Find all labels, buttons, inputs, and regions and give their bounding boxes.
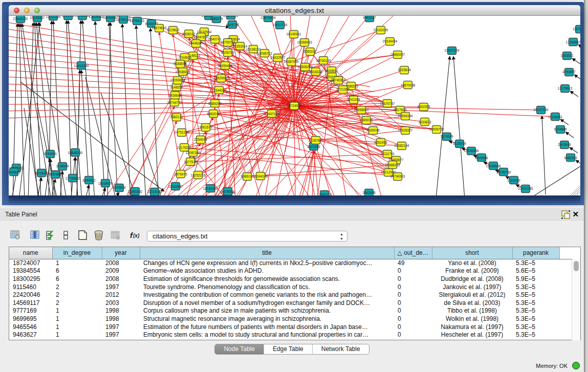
svg-text:22926327: 22926327 — [398, 128, 413, 132]
svg-text:16947830: 16947830 — [194, 35, 209, 39]
svg-text:1108894: 1108894 — [56, 164, 69, 168]
svg-text:19098556: 19098556 — [486, 164, 501, 168]
svg-text:13910648: 13910648 — [75, 16, 90, 17]
svg-text:20037339: 20037339 — [534, 108, 549, 112]
svg-text:21097245: 21097245 — [518, 187, 533, 190]
svg-text:1385239: 1385239 — [210, 17, 223, 20]
svg-text:9082309: 9082309 — [564, 156, 577, 160]
svg-text:17394887: 17394887 — [566, 40, 580, 44]
svg-text:3874052: 3874052 — [221, 190, 234, 193]
svg-text:1653531: 1653531 — [560, 54, 574, 57]
svg-text:3033823: 3033823 — [418, 120, 431, 124]
svg-text:18252216: 18252216 — [191, 173, 206, 177]
svg-text:21353914: 21353914 — [233, 45, 248, 48]
svg-text:18705794: 18705794 — [221, 40, 235, 44]
svg-text:22682194: 22682194 — [395, 144, 409, 147]
svg-text:2054043: 2054043 — [194, 138, 207, 141]
svg-text:14509728: 14509728 — [429, 127, 444, 131]
svg-text:8682011: 8682011 — [207, 112, 220, 116]
svg-text:16870338: 16870338 — [401, 83, 416, 87]
svg-text:3131636: 3131636 — [61, 16, 75, 17]
svg-text:2975475: 2975475 — [174, 172, 187, 176]
svg-text:13546466: 13546466 — [464, 149, 479, 152]
svg-text:18754131: 18754131 — [130, 19, 145, 23]
svg-text:24751200: 24751200 — [175, 130, 189, 134]
svg-text:10848230: 10848230 — [68, 151, 83, 155]
svg-text:18724007: 18724007 — [287, 104, 302, 107]
svg-text:12888253: 12888253 — [385, 163, 400, 167]
svg-text:16224441: 16224441 — [34, 171, 49, 175]
svg-text:18366963: 18366963 — [297, 40, 312, 44]
svg-text:21012166: 21012166 — [46, 16, 61, 18]
svg-text:6420686: 6420686 — [475, 156, 488, 160]
svg-text:9837869: 9837869 — [49, 172, 62, 176]
svg-text:9318332: 9318332 — [309, 70, 322, 74]
svg-text:5060227: 5060227 — [303, 50, 317, 53]
svg-text:22507109: 22507109 — [445, 49, 460, 52]
svg-text:8188594: 8188594 — [173, 62, 187, 65]
svg-text:11318461: 11318461 — [548, 115, 563, 119]
svg-text:7674349: 7674349 — [440, 135, 453, 138]
svg-text:19095773: 19095773 — [257, 52, 272, 55]
svg-text:19093688: 19093688 — [170, 78, 185, 82]
svg-text:13529912: 13529912 — [214, 76, 229, 80]
svg-text:16860207: 16860207 — [390, 53, 405, 56]
svg-text:11876872: 11876872 — [573, 27, 580, 31]
svg-text:23833160: 23833160 — [13, 17, 28, 20]
svg-text:3377578: 3377578 — [184, 160, 197, 164]
svg-text:18034970: 18034970 — [98, 182, 113, 185]
svg-text:4843718: 4843718 — [226, 23, 239, 27]
svg-text:2817683: 2817683 — [394, 108, 407, 112]
svg-text:8721369: 8721369 — [336, 87, 350, 91]
svg-text:23447169: 23447169 — [265, 112, 279, 116]
svg-text:18795716: 18795716 — [496, 170, 511, 174]
svg-text:6306893: 6306893 — [9, 170, 20, 174]
svg-text:12414394: 12414394 — [74, 64, 89, 68]
svg-text:20161026: 20161026 — [374, 28, 388, 32]
svg-text:3382132: 3382132 — [170, 115, 183, 119]
svg-text:9153634: 9153634 — [398, 68, 411, 72]
svg-text:16149361: 16149361 — [287, 32, 301, 36]
svg-text:17287807: 17287807 — [309, 139, 323, 142]
svg-text:17796882: 17796882 — [66, 177, 80, 180]
svg-text:21981592: 21981592 — [128, 190, 143, 193]
svg-text:15165337: 15165337 — [30, 16, 45, 19]
svg-text:11014145: 11014145 — [147, 190, 162, 193]
svg-text:24922597: 24922597 — [271, 56, 286, 59]
svg-text:11459463: 11459463 — [218, 64, 233, 68]
svg-text:1241284: 1241284 — [347, 98, 360, 101]
svg-text:9034686: 9034686 — [554, 127, 567, 131]
svg-text:8986110: 8986110 — [241, 174, 254, 178]
svg-text:20740364: 20740364 — [331, 78, 346, 82]
svg-text:19017734: 19017734 — [273, 23, 288, 27]
svg-text:20334454: 20334454 — [383, 39, 398, 43]
svg-text:22439587: 22439587 — [168, 185, 183, 188]
svg-text:15198153: 15198153 — [246, 48, 261, 51]
svg-text:14387959: 14387959 — [284, 60, 299, 63]
svg-text:9953167: 9953167 — [363, 16, 376, 19]
svg-text:14794303: 14794303 — [390, 174, 405, 178]
svg-text:12344269: 12344269 — [212, 89, 227, 92]
svg-text:23826523: 23826523 — [224, 16, 238, 17]
svg-text:8106768: 8106768 — [221, 51, 234, 54]
svg-text:3148352: 3148352 — [170, 85, 183, 89]
svg-text:3261579: 3261579 — [199, 125, 212, 129]
svg-text:5219822: 5219822 — [166, 28, 180, 32]
svg-text:(x): (x) — [133, 233, 140, 238]
svg-text:20744773: 20744773 — [167, 101, 182, 104]
svg-text:14658665: 14658665 — [354, 108, 369, 112]
svg-text:7749509: 7749509 — [178, 56, 191, 59]
svg-text:4165048: 4165048 — [366, 128, 380, 132]
svg-text:7389096: 7389096 — [360, 118, 373, 122]
svg-text:13805018: 13805018 — [89, 16, 104, 18]
svg-text:3322386: 3322386 — [307, 145, 320, 148]
svg-text:23594364: 23594364 — [398, 114, 413, 118]
svg-text:22806289: 22806289 — [298, 65, 313, 69]
svg-text:8389269: 8389269 — [208, 102, 222, 105]
svg-text:5439648: 5439648 — [168, 94, 182, 97]
svg-text:6540741: 6540741 — [208, 37, 222, 41]
svg-text:6994562: 6994562 — [82, 179, 96, 182]
svg-text:6128434: 6128434 — [453, 142, 466, 145]
svg-text:2943646: 2943646 — [558, 143, 571, 146]
svg-text:8539591: 8539591 — [325, 69, 338, 73]
